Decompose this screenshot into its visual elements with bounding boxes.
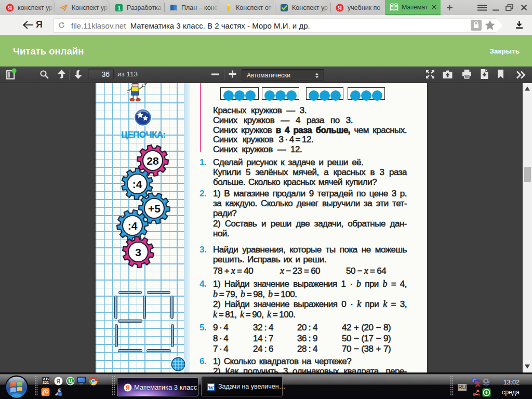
svg-text:28: 28 — [147, 155, 159, 167]
svg-text:W: W — [208, 384, 214, 391]
svg-text:Я: Я — [8, 5, 12, 11]
svg-text:Я: Я — [126, 385, 129, 391]
svg-text::4: :4 — [132, 178, 142, 190]
svg-text:Я: Я — [57, 378, 61, 384]
svg-text:Я: Я — [338, 5, 342, 11]
svg-text:+5: +5 — [148, 203, 161, 215]
svg-text:1: 1 — [117, 5, 121, 11]
svg-text::4: :4 — [128, 220, 138, 232]
svg-text:321: 321 — [43, 380, 49, 385]
svg-text:3: 3 — [135, 246, 141, 258]
